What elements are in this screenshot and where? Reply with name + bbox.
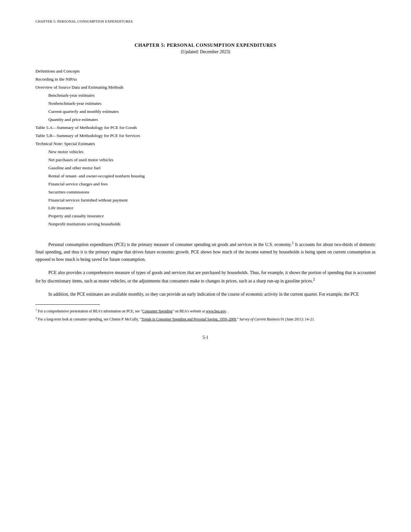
running-header: Chapter 5: Personal Consumption Expendit… [35, 19, 376, 23]
body-paragraph-3: In addition, the PCE estimates are avail… [35, 291, 376, 298]
toc-item: Benchmark-year estimates [35, 92, 376, 100]
toc-item: Table 5.B—Summary of Methodology for PCE… [35, 132, 376, 140]
toc-item: Gasoline and other motor fuel [35, 164, 376, 172]
footnote-divider [35, 304, 100, 305]
toc-item: Current quarterly and monthly estimates [35, 108, 376, 116]
toc-item: Quantity and price estimates [35, 116, 376, 124]
toc-item: Financial services furnished without pay… [35, 196, 376, 204]
toc-item: Financial service charges and fees [35, 180, 376, 188]
chapter-title-block: CHAPTER 5: PERSONAL CONSUMPTION EXPENDIT… [35, 43, 376, 54]
page-number: 5-1 [35, 335, 376, 340]
body-paragraph-2: PCE also provides a comprehensive measur… [35, 269, 376, 285]
footnote-2: 2 For a long-term look at consumer spend… [35, 316, 376, 322]
body-paragraph-1: Personal consumption expenditures (PCE) … [35, 240, 376, 263]
toc-item: Net purchases of used motor vehicles [35, 156, 376, 164]
toc-item: New motor vehicles [35, 148, 376, 156]
toc-item: Definitions and Concepts [35, 67, 376, 75]
toc-item: Overview of Source Data and Estimating M… [35, 84, 376, 92]
toc-item: Life insurance [35, 204, 376, 212]
toc-item: Table 5.A—Summary of Methodology for PCE… [35, 124, 376, 132]
footnote-1: 1 For a comprehensive presentation of BE… [35, 308, 376, 314]
toc-item: Nonprofit institutions serving household… [35, 220, 376, 228]
chapter-subtitle: (Updated: December 2023) [35, 49, 376, 54]
toc-item: Rental of tenant- and owner-occupied non… [35, 172, 376, 180]
toc-item: Recording in the NIPAs [35, 75, 376, 84]
running-header-text: Chapter 5: Personal Consumption Expendit… [35, 19, 133, 23]
page: Chapter 5: Personal Consumption Expendit… [0, 0, 411, 532]
toc-item: Nonbenchmark-year estimates [35, 100, 376, 108]
toc-item: Property and casualty insurance [35, 212, 376, 220]
chapter-title: CHAPTER 5: PERSONAL CONSUMPTION EXPENDIT… [35, 43, 376, 48]
toc-item: Technical Note: Special Estimates [35, 140, 376, 148]
toc-item: Securities commissions [35, 188, 376, 196]
table-of-contents: Definitions and ConceptsRecording in the… [35, 67, 376, 228]
